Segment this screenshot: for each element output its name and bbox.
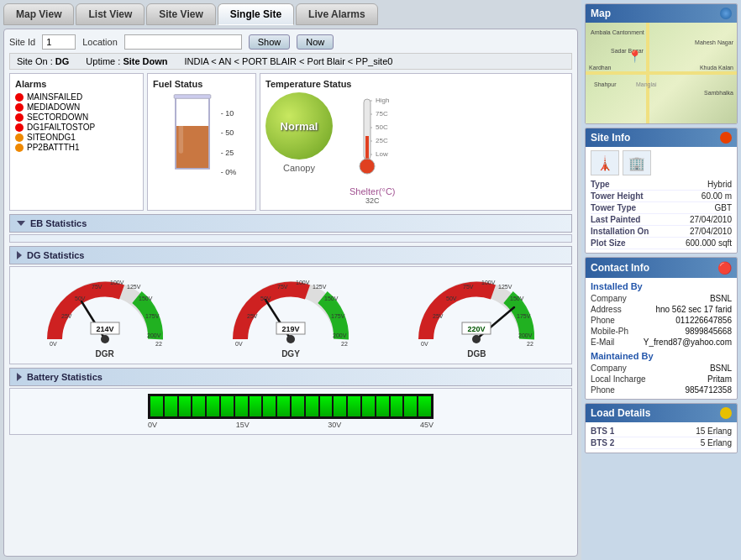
alarm-dot-red [15,123,24,132]
battery-cell [404,396,417,416]
map-road-vertical [646,23,649,123]
show-button[interactable]: Show [249,34,291,50]
gauge-dgb-svg: 0V 25V 50V 75V 100V 125V 150V 175V 200V … [418,272,535,348]
svg-text:220V: 220V [468,325,486,333]
alarms-title: Alarms [15,79,138,89]
top-bar: Site Id Location Show Now [9,34,572,50]
tab-list-view[interactable]: List View [76,3,145,25]
alarm-item: DG1FAILTOSTOP [15,123,138,132]
gauge-dgr: 0V 25V 50V 75V 100V 125V 150V 175V 200V … [46,272,164,359]
site-tower-key: Tower Type [591,203,636,212]
battery-bar [148,394,434,419]
battery-cell [263,396,276,416]
sidebar-map-title: Map [591,8,611,19]
bts2-val: 5 Erlang [701,438,732,447]
svg-text:25V: 25V [247,313,258,319]
fuel-title: Fuel Status [153,79,202,89]
svg-text:22: 22 [527,341,533,347]
contact-flag-icon: 🔴 [717,261,732,275]
map-road-horizontal [586,71,737,75]
battery-cell [165,396,177,416]
installed-by-title: Installed By [591,281,732,291]
sidebar-site-info-panel: Site Info 🗼 🏢 Type Hybrid Tower Height 6… [585,128,738,254]
eb-collapse-icon [17,221,25,226]
svg-text:75V: 75V [92,284,102,290]
svg-point-16 [360,159,375,174]
sidebar-load-panel: Load Details BTS 1 15 Erlang BTS 2 5 Erl… [585,403,738,453]
map-image[interactable]: Ambala Cantonment Sadar Bazar Mahesh Nag… [586,23,737,123]
svg-text:200V: 200V [518,332,533,338]
temp-row: Normal Canopy High 75C 50C [265,92,566,205]
svg-text:214V: 214V [96,325,113,333]
battery-statistics-header[interactable]: Battery Statistics [9,368,572,386]
svg-rect-2 [178,100,182,154]
now-button[interactable]: Now [297,34,334,50]
temp-panel: Temperature Status Normal Canopy [260,73,572,211]
tab-map-view[interactable]: Map View [3,3,74,25]
content-panel: Site Id Location Show Now Site On : DG U… [3,29,578,557]
site-id-input[interactable] [42,34,76,50]
load-bts1-row: BTS 1 15 Erlang [591,426,732,437]
sidebar-site-info-body: 🗼 🏢 Type Hybrid Tower Height 60.00 m Tow… [586,147,737,253]
sidebar-site-info-title: Site Info [591,132,630,144]
map-pin: 📍 [628,50,642,63]
svg-text:25V: 25V [61,313,72,319]
svg-text:0V: 0V [50,341,57,347]
fuel-container: - 10 - 50 - 25 - 0% [167,92,237,176]
svg-text:High: High [376,97,389,104]
contact-email-row: E-Mail Y_frend87@yahoo.com [591,337,732,348]
beaker-svg [167,92,218,176]
shelter-label: Shelter(°C) [349,186,396,196]
canopy-sublabel: Canopy [283,163,315,173]
battery-cell [376,396,389,416]
alarm-dot-red [15,93,24,102]
site-type-val: Hybrid [707,180,732,189]
battery-cell [150,396,163,416]
site-height-val: 60.00 m [702,191,732,201]
alarm-dot-orange [15,133,24,142]
tab-live-alarms[interactable]: Live Alarms [296,3,378,25]
gauge-dgy: 0V 25V 50V 75V 100V 125V 150V 175V 200V … [232,272,349,359]
sidebar-site-info-header: Site Info [586,128,737,147]
location-input[interactable] [124,34,242,50]
tab-site-view[interactable]: Site View [146,3,215,25]
temp-title: Temperature Status [265,79,566,89]
svg-text:219V: 219V [281,325,299,333]
svg-point-18 [101,335,109,343]
site-install-key: Installation On [591,227,649,236]
battery-section: 0V 15V 30V 45V [9,388,572,435]
svg-text:200V: 200V [333,332,347,338]
svg-text:150V: 150V [324,296,339,301]
info-row: Alarms MAINSFAILED MEDIADOWN SECTORDOWN … [9,73,572,211]
svg-text:50V: 50V [260,296,271,301]
svg-text:0V: 0V [235,341,243,347]
site-painted-key: Last Painted [591,215,640,224]
eb-statistics-header[interactable]: EB Statistics [9,214,572,233]
svg-text:75V: 75V [463,284,474,290]
tab-single-site[interactable]: Single Site [218,3,294,25]
map-label-shahpur: Shahpur [594,81,616,87]
map-label-mahesh: Mahesh Nagar [695,39,733,45]
sidebar: Map Ambala Cantonment Sadar Bazar Mahesh… [581,0,741,560]
alarm-dot-red [15,113,24,122]
tower-icon: 🗼 [591,150,619,175]
gauge-dgr-svg: 0V 25V 50V 75V 100V 125V 150V 175V 200V … [46,272,164,348]
dg-statistics-header[interactable]: DG Statistics [9,246,572,264]
battery-axis: 0V 15V 30V 45V [148,421,434,429]
svg-text:175V: 175V [517,313,531,319]
svg-text:25C: 25C [376,137,388,144]
svg-text:125V: 125V [313,284,327,290]
site-tower-val: GBT [714,203,732,212]
site-install-val: 27/04/2010 [690,227,732,236]
svg-text:Low: Low [376,150,388,158]
gauge-dgr-label: DGR [96,349,114,359]
site-height-key: Tower Height [591,191,644,201]
canopy-label: Normal [281,120,318,133]
svg-text:150V: 150V [510,296,524,301]
dg-collapse-icon [17,251,22,259]
gauge-dgy-label: DGY [281,349,300,359]
shelter-value: 32C [365,196,380,205]
contact-phone-row: Phone 011226647856 [591,315,732,326]
site-info-row-painted: Last Painted 27/04/2010 [591,214,732,226]
battery-cell [362,396,375,416]
